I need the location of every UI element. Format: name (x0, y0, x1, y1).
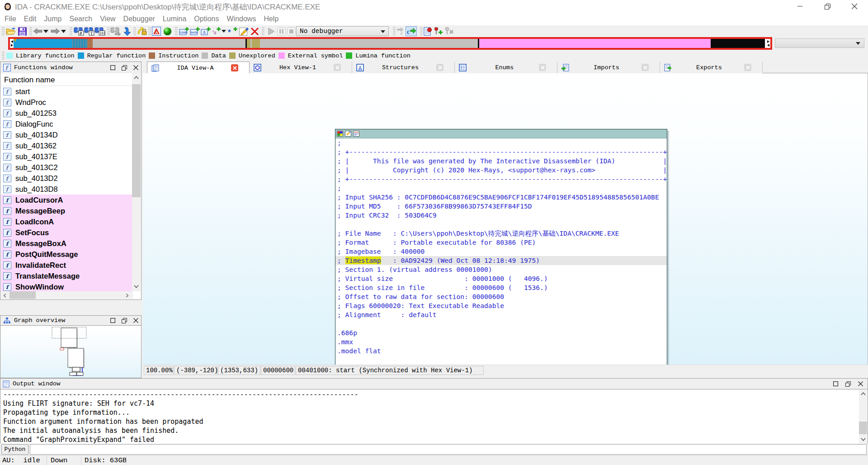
menu-search[interactable]: Search (69, 15, 92, 23)
forward-history-dropdown[interactable] (61, 26, 66, 36)
maximize-button[interactable] (817, 0, 838, 13)
scrollbar-up-arrow[interactable] (861, 392, 866, 395)
graph-overview-titlebar[interactable]: Graph overview (0, 316, 141, 326)
functions-vertical-scrollbar[interactable] (132, 73, 141, 291)
tab-enums[interactable]: Enums (455, 62, 557, 73)
tab-ida-view-a[interactable]: IDA View-A (147, 62, 250, 74)
scrollbar-down-arrow[interactable] (134, 285, 139, 288)
function-row-sub_40134D[interactable]: fsub_40134D (1, 129, 132, 140)
scrollbar-right-arrow[interactable] (126, 294, 129, 298)
tab-hex-view-1[interactable]: Hex View-1 (250, 62, 352, 73)
output-window-titlebar[interactable]: Output window (0, 379, 868, 389)
breakpoint-list-button[interactable] (423, 26, 432, 36)
navband-segment-khaki[interactable] (252, 39, 260, 48)
debugger-start-button[interactable] (267, 26, 276, 36)
function-row-sub_401253[interactable]: fsub_401253 (1, 108, 132, 119)
quick-debug-button[interactable]: c (406, 26, 417, 36)
tab-exports[interactable]: Exports (660, 62, 763, 73)
make-string-button[interactable]: ‘s (211, 26, 221, 36)
back-history-dropdown[interactable] (43, 26, 49, 36)
graph-overview-canvas[interactable] (1, 326, 141, 378)
attach-to-process-button[interactable]: c (396, 26, 406, 36)
function-row-sub_4013D2[interactable]: fsub_4013D2 (1, 173, 132, 184)
navband-segment-gray[interactable] (260, 39, 478, 48)
function-row-PostQuitMessage[interactable]: fPostQuitMessage (1, 249, 132, 260)
menu-lumina[interactable]: Lumina (163, 15, 186, 23)
problems-list-button[interactable]: A (151, 26, 161, 36)
menu-windows[interactable]: Windows (226, 15, 256, 23)
tab-close-button[interactable] (231, 64, 238, 71)
disassembly-node[interactable]: ;; +------------------------------------… (335, 129, 667, 365)
add-breakpoint-button[interactable] (433, 26, 443, 36)
close-button[interactable] (844, 0, 865, 13)
navband-segment-gray[interactable] (93, 39, 245, 48)
scrollbar-down-arrow[interactable] (861, 438, 866, 441)
navband-segment-khaki[interactable] (247, 39, 250, 48)
undefine-button[interactable] (250, 26, 259, 36)
dock-float-icon[interactable] (845, 381, 851, 387)
menu-file[interactable]: File (5, 15, 16, 23)
scrollbar-thumb[interactable] (132, 84, 141, 197)
function-row-WndProc[interactable]: fWndProc (1, 97, 132, 108)
minimize-button[interactable] (790, 0, 811, 13)
delete-breakpoint-button[interactable] (443, 26, 454, 36)
function-row-SetFocus[interactable]: fSetFocus (1, 227, 132, 238)
search-immediate-button[interactable]: # (73, 26, 84, 36)
node-titlebar[interactable] (335, 129, 667, 138)
tab-close-button[interactable] (539, 64, 546, 71)
navband-zoom-combo[interactable] (775, 38, 864, 48)
dock-maximize-icon[interactable] (110, 65, 115, 70)
function-row-sub_4013D8[interactable]: fsub_4013D8 (1, 184, 132, 195)
debugger-selector-combo[interactable]: No debugger (296, 26, 389, 36)
function-row-MessageBoxA[interactable]: fMessageBoxA (1, 238, 132, 249)
navigate-back-button[interactable] (33, 26, 42, 36)
navband-segment-stripes[interactable] (71, 39, 87, 48)
ida-view-canvas[interactable]: ;; +------------------------------------… (143, 73, 868, 365)
debugger-pause-button[interactable] (277, 26, 286, 36)
function-row-sub_4013C2[interactable]: fsub_4013C2 (1, 162, 132, 173)
dock-float-icon[interactable] (122, 65, 127, 71)
menu-view[interactable]: View (100, 15, 115, 23)
open-file-button[interactable] (5, 26, 16, 36)
function-row-MessageBeep[interactable]: fMessageBeep (1, 205, 132, 216)
navband-segment-black[interactable] (711, 39, 765, 48)
navband-segment-pink[interactable] (479, 39, 711, 48)
navigate-forward-button[interactable] (50, 26, 60, 36)
string-type-dropdown[interactable] (221, 26, 226, 36)
function-row-LoadIconA[interactable]: fLoadIconA (1, 216, 132, 227)
lumina-pull-button[interactable] (137, 26, 147, 36)
jump-to-address-button[interactable] (122, 26, 132, 36)
debugger-stop-button[interactable] (287, 26, 296, 36)
menu-debugger[interactable]: Debugger (123, 15, 155, 23)
navigation-sphere-button[interactable] (162, 26, 173, 36)
output-log[interactable]: ----------------------------------------… (1, 390, 859, 443)
save-button[interactable] (17, 26, 28, 36)
search-again-button[interactable] (110, 26, 121, 36)
menu-help[interactable]: Help (264, 15, 278, 23)
edit-function-button[interactable] (238, 26, 249, 36)
scrollbar-up-arrow[interactable] (134, 76, 139, 79)
scrollbar-thumb[interactable] (9, 291, 36, 299)
function-row-start[interactable]: fstart (1, 86, 132, 97)
make-data-button[interactable]: DATA (189, 26, 200, 36)
tab-imports[interactable]: Imports (557, 62, 660, 73)
tab-close-button[interactable] (642, 64, 649, 71)
function-row-sub_401362[interactable]: fsub_401362 (1, 140, 132, 151)
function-row-ShowWindow[interactable]: fShowWindow (1, 281, 132, 291)
dock-close-icon[interactable] (133, 318, 138, 323)
function-row-InvalidateRect[interactable]: fInvalidateRect (1, 260, 132, 270)
menu-edit[interactable]: Edit (24, 15, 37, 23)
dock-maximize-icon[interactable] (833, 381, 838, 386)
dock-float-icon[interactable] (122, 318, 127, 323)
tab-close-button[interactable] (436, 64, 443, 71)
search-text-button[interactable]: T (84, 26, 94, 36)
interpreter-selector-button[interactable]: Python (1, 444, 28, 455)
make-code-button[interactable]: CODE (179, 26, 189, 36)
functions-window-titlebar[interactable]: f Functions window (0, 62, 142, 73)
make-ascii-button[interactable]: A (200, 26, 211, 36)
tab-close-button[interactable] (334, 64, 341, 71)
disassembly-text[interactable]: ;; +------------------------------------… (335, 138, 667, 365)
dock-close-icon[interactable] (858, 381, 863, 386)
tab-structures[interactable]: AStructures (352, 62, 455, 73)
scrollbar-left-arrow[interactable] (3, 294, 6, 298)
